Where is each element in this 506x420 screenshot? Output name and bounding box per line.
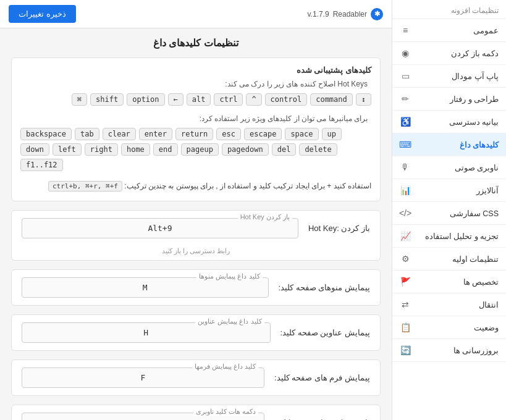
sidebar: تنظیمات افزونه عمومی ≡ دکمه باز کردن ◉ پ… bbox=[392, 0, 506, 420]
version-text: v.1.7.9 bbox=[307, 10, 329, 19]
key-up: up bbox=[322, 128, 342, 140]
sidebar-item-audio[interactable]: ناوبری صوتی 🎙 bbox=[392, 156, 506, 179]
hotkey-forms-input-container: کلید داغ پیمایش فرمها bbox=[22, 368, 264, 388]
key-alt: alt bbox=[187, 93, 211, 106]
hotkey-headings-input-container: کلید داغ پیمایش عناوین bbox=[22, 322, 271, 343]
hotkey-open-label: باز کردن :Hot Key bbox=[308, 224, 370, 233]
sidebar-header: تنظیمات افزونه bbox=[392, 0, 506, 19]
key-cmd: ⌘ bbox=[72, 93, 87, 106]
hotkey-headings-legend: کلید داغ پیمایش عناوین bbox=[195, 317, 264, 326]
hotkey-buttons-row: ناوبری دکمه های صفحه کلید: دکمه هات کلید… bbox=[12, 405, 380, 420]
hotkey-headings-section: پیمایش عناوین صفحه کلید: کلید داغ پیمایش… bbox=[11, 314, 381, 351]
content-area: تنظیمات کلیدهای داغ کلیدهای پشتیبانی شده… bbox=[0, 28, 392, 420]
page-title: تنظیمات کلیدهای داغ bbox=[11, 37, 381, 49]
status-icon: 📋 bbox=[400, 322, 411, 333]
key-command: command bbox=[310, 93, 353, 106]
sidebar-item-analytics[interactable]: تجزیه و تحلیل استفاده 📈 bbox=[392, 225, 506, 248]
app-name: Readabler bbox=[333, 10, 367, 19]
sidebar-item-design[interactable]: طراحی و رفتار ✏ bbox=[392, 88, 506, 111]
analyzer-icon: 📊 bbox=[400, 185, 411, 196]
assignments-icon: 🚩 bbox=[400, 276, 411, 287]
updates-icon: 🔄 bbox=[400, 345, 411, 356]
sidebar-item-updates[interactable]: بروزرسانی ها 🔄 bbox=[392, 339, 506, 362]
key-backspace: backspace bbox=[20, 128, 72, 140]
combo-example: ctrl+b, ⌘+r, ⌘+f bbox=[48, 181, 122, 191]
key-return: return bbox=[175, 128, 213, 140]
sidebar-item-open-button[interactable]: دکمه باز کردن ◉ bbox=[392, 42, 506, 65]
readabler-icon: ✱ bbox=[371, 8, 383, 20]
sidebar-item-assignments[interactable]: تخصیص ها 🚩 bbox=[392, 271, 506, 293]
key-shift: shift bbox=[90, 93, 124, 106]
key-right: right bbox=[85, 143, 118, 156]
save-button[interactable]: ذخیره تغییرات bbox=[9, 5, 76, 23]
supported-keys-section: کلیدهای پشتیبانی شده Hot Keys اصلاح کنند… bbox=[11, 57, 381, 201]
hotkey-buttons-label: ناوبری دکمه های صفحه کلید: bbox=[274, 418, 370, 420]
main-content: ذخیره تغییرات v.1.7.9 Readabler ✱ تنظیما… bbox=[0, 0, 392, 420]
key-esc: esc bbox=[216, 128, 241, 140]
key-updown: ↕ bbox=[356, 93, 371, 106]
general-icon: ≡ bbox=[400, 25, 411, 36]
analytics-icon: 📈 bbox=[400, 230, 411, 242]
init-icon: ⚙ bbox=[400, 253, 411, 264]
hotkeys-icon: ⌨ bbox=[400, 139, 411, 150]
hotkey-open-legend: باز کردن Hot Key bbox=[238, 213, 292, 221]
key-control: control bbox=[265, 93, 308, 106]
special-keys-row: backspace tab clear enter return esc esc… bbox=[20, 128, 371, 171]
hotkey-headings-row: پیمایش عناوین صفحه کلید: کلید داغ پیمایش… bbox=[12, 315, 380, 350]
key-pagedown: pagedown bbox=[222, 143, 269, 156]
special-keys-label: برای میانبرها می توان از کلیدهای ویژه زی… bbox=[200, 114, 368, 123]
key-f1f12: f1..f12 bbox=[20, 159, 63, 171]
key-space: space bbox=[285, 128, 318, 140]
modifier-keys-row: ⌘ shift option ← alt ctrl ^ control comm… bbox=[72, 93, 371, 106]
sidebar-item-transfer[interactable]: انتقال ⇄ bbox=[392, 293, 506, 316]
hotkey-forms-label: پیمایش فرم های صفحه کلید: bbox=[274, 373, 370, 382]
hotkeys-row-label: Hot Keys اصلاح کننده های زیر را درک می ک… bbox=[225, 80, 368, 88]
popup-icon: ▭ bbox=[400, 70, 411, 82]
key-end: end bbox=[153, 143, 178, 156]
version-badge: v.1.7.9 Readabler ✱ bbox=[307, 8, 383, 20]
key-escape: escape bbox=[244, 128, 282, 140]
combo-info: استفاده کنید + برای ایجاد ترکیب کلید و ا… bbox=[20, 180, 371, 193]
sidebar-item-hotkeys[interactable]: کلیدهای داغ ⌨ bbox=[392, 133, 506, 156]
accessibility-icon: ♿ bbox=[400, 116, 411, 127]
key-home: home bbox=[121, 143, 150, 156]
key-tab: tab bbox=[75, 128, 99, 140]
audio-icon: 🎙 bbox=[400, 162, 411, 173]
key-caret: ^ bbox=[246, 93, 261, 106]
open-button-icon: ◉ bbox=[400, 48, 411, 59]
hotkey-forms-legend: کلید داغ پیمایش فرمها bbox=[192, 363, 258, 371]
key-delete: delete bbox=[299, 143, 337, 156]
hotkey-open-row: باز کردن :Hot Key باز کردن Hot Key bbox=[12, 211, 380, 246]
key-ctrl: ctrl bbox=[214, 93, 243, 106]
sidebar-item-analyzer[interactable]: آنالایزر 📊 bbox=[392, 179, 506, 202]
hotkey-buttons-input-container: دکمه هات کلید ناوبری bbox=[22, 413, 264, 420]
sidebar-item-accessibility[interactable]: بیانیه دسترسی ♿ bbox=[392, 111, 506, 133]
supported-keys-title: کلیدهای پشتیبانی شده bbox=[20, 65, 371, 75]
hotkey-forms-row: پیمایش فرم های صفحه کلید: کلید داغ پیمای… bbox=[12, 360, 380, 395]
hotkey-open-section: باز کردن :Hot Key باز کردن Hot Key رابط … bbox=[11, 210, 381, 261]
key-pageup: pageup bbox=[181, 143, 219, 156]
hotkey-menu-label: پیمایش منوهای صفحه کلید: bbox=[279, 283, 370, 292]
sidebar-item-status[interactable]: وضعیت 📋 bbox=[392, 316, 506, 339]
hotkey-buttons-legend: دکمه هات کلید ناوبری bbox=[193, 408, 258, 416]
hotkey-menu-input-container: کلید داغ پیمایش منوها bbox=[22, 277, 269, 298]
hotkey-open-input-container: باز کردن Hot Key bbox=[22, 218, 298, 238]
sidebar-item-general[interactable]: عمومی ≡ bbox=[392, 19, 506, 42]
hotkey-buttons-section: ناوبری دکمه های صفحه کلید: دکمه هات کلید… bbox=[11, 405, 381, 420]
hotkey-menu-section: پیمایش منوهای صفحه کلید: کلید داغ پیمایش… bbox=[11, 269, 381, 306]
design-icon: ✏ bbox=[400, 93, 411, 104]
hotkey-menu-legend: کلید داغ پیمایش منوها bbox=[196, 272, 262, 280]
sidebar-item-popup[interactable]: پاپ آپ مودال ▭ bbox=[392, 65, 506, 88]
transfer-icon: ⇄ bbox=[400, 299, 411, 310]
sidebar-item-css[interactable]: CSS سفارشی </> bbox=[392, 202, 506, 225]
css-icon: </> bbox=[400, 208, 411, 219]
hotkey-menu-row: پیمایش منوهای صفحه کلید: کلید داغ پیمایش… bbox=[12, 270, 380, 305]
key-down: down bbox=[20, 143, 49, 156]
key-larr: ← bbox=[168, 93, 183, 106]
top-bar: ذخیره تغییرات v.1.7.9 Readabler ✱ bbox=[0, 0, 392, 28]
key-left: left bbox=[53, 143, 82, 156]
key-enter: enter bbox=[139, 128, 172, 140]
sidebar-item-init[interactable]: تنظیمات اولیه ⚙ bbox=[392, 248, 506, 271]
hotkey-forms-section: پیمایش فرم های صفحه کلید: کلید داغ پیمای… bbox=[11, 359, 381, 396]
key-clear: clear bbox=[103, 128, 136, 140]
